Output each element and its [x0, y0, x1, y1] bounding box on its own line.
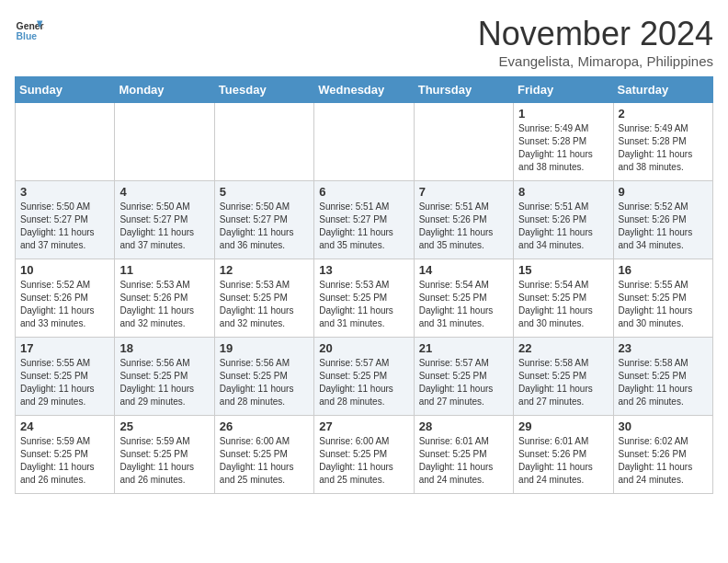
- day-number: 9: [619, 185, 708, 199]
- weekday-header: Monday: [115, 77, 214, 103]
- day-info: Sunrise: 5:54 AM Sunset: 5:25 PM Dayligh…: [518, 279, 608, 330]
- day-info: Sunrise: 5:51 AM Sunset: 5:27 PM Dayligh…: [319, 201, 408, 252]
- calendar-cell: 6Sunrise: 5:51 AM Sunset: 5:27 PM Daylig…: [314, 181, 414, 259]
- day-number: 4: [119, 185, 209, 199]
- calendar-cell: 17Sunrise: 5:55 AM Sunset: 5:25 PM Dayli…: [16, 338, 115, 416]
- calendar-week-row: 17Sunrise: 5:55 AM Sunset: 5:25 PM Dayli…: [16, 338, 713, 416]
- day-number: 5: [220, 185, 309, 199]
- day-number: 22: [518, 341, 608, 355]
- logo: General Blue: [15, 15, 44, 44]
- day-info: Sunrise: 5:56 AM Sunset: 5:25 PM Dayligh…: [220, 357, 309, 408]
- day-number: 21: [419, 341, 508, 355]
- weekday-header: Sunday: [16, 77, 115, 103]
- day-number: 17: [20, 341, 109, 355]
- day-info: Sunrise: 6:01 AM Sunset: 5:26 PM Dayligh…: [518, 435, 608, 487]
- day-info: Sunrise: 5:57 AM Sunset: 5:25 PM Dayligh…: [419, 357, 508, 408]
- day-number: 11: [119, 263, 209, 277]
- day-info: Sunrise: 5:53 AM Sunset: 5:25 PM Dayligh…: [319, 279, 408, 330]
- day-number: 8: [518, 185, 608, 199]
- calendar-cell: 16Sunrise: 5:55 AM Sunset: 5:25 PM Dayli…: [613, 259, 712, 338]
- title-block: November 2024 Evangelista, Mimaropa, Phi…: [478, 15, 713, 69]
- day-info: Sunrise: 5:55 AM Sunset: 5:25 PM Dayligh…: [619, 279, 708, 330]
- day-info: Sunrise: 5:50 AM Sunset: 5:27 PM Dayligh…: [20, 201, 109, 252]
- calendar-cell: 23Sunrise: 5:58 AM Sunset: 5:25 PM Dayli…: [613, 338, 712, 416]
- day-number: 16: [619, 263, 708, 277]
- day-info: Sunrise: 5:51 AM Sunset: 5:26 PM Dayligh…: [419, 201, 508, 252]
- calendar-week-row: 24Sunrise: 5:59 AM Sunset: 5:25 PM Dayli…: [16, 416, 713, 494]
- calendar-cell: 11Sunrise: 5:53 AM Sunset: 5:26 PM Dayli…: [115, 259, 214, 338]
- calendar-cell: 7Sunrise: 5:51 AM Sunset: 5:26 PM Daylig…: [414, 181, 513, 259]
- calendar-cell: 20Sunrise: 5:57 AM Sunset: 5:25 PM Dayli…: [314, 338, 414, 416]
- day-number: 18: [119, 341, 209, 355]
- calendar-cell: 8Sunrise: 5:51 AM Sunset: 5:26 PM Daylig…: [514, 181, 613, 259]
- calendar-cell: 26Sunrise: 6:00 AM Sunset: 5:25 PM Dayli…: [214, 416, 313, 494]
- calendar-cell: 4Sunrise: 5:50 AM Sunset: 5:27 PM Daylig…: [115, 181, 214, 259]
- page-header: General Blue November 2024 Evangelista, …: [15, 15, 713, 69]
- day-info: Sunrise: 5:52 AM Sunset: 5:26 PM Dayligh…: [619, 201, 708, 252]
- calendar-cell: 12Sunrise: 5:53 AM Sunset: 5:25 PM Dayli…: [214, 259, 313, 338]
- calendar-cell: [414, 103, 513, 181]
- calendar-cell: 13Sunrise: 5:53 AM Sunset: 5:25 PM Dayli…: [314, 259, 414, 338]
- day-number: 7: [419, 185, 508, 199]
- day-number: 10: [20, 263, 109, 277]
- calendar-cell: 30Sunrise: 6:02 AM Sunset: 5:26 PM Dayli…: [613, 416, 712, 494]
- day-number: 23: [619, 341, 708, 355]
- day-info: Sunrise: 5:53 AM Sunset: 5:25 PM Dayligh…: [220, 279, 309, 330]
- day-number: 29: [518, 419, 608, 433]
- calendar-cell: 3Sunrise: 5:50 AM Sunset: 5:27 PM Daylig…: [16, 181, 115, 259]
- calendar-cell: 24Sunrise: 5:59 AM Sunset: 5:25 PM Dayli…: [16, 416, 115, 494]
- day-number: 12: [220, 263, 309, 277]
- day-info: Sunrise: 5:54 AM Sunset: 5:25 PM Dayligh…: [419, 279, 508, 330]
- weekday-header-row: SundayMondayTuesdayWednesdayThursdayFrid…: [16, 77, 713, 103]
- day-info: Sunrise: 5:57 AM Sunset: 5:25 PM Dayligh…: [319, 357, 408, 408]
- calendar-cell: 15Sunrise: 5:54 AM Sunset: 5:25 PM Dayli…: [514, 259, 613, 338]
- calendar-table: SundayMondayTuesdayWednesdayThursdayFrid…: [15, 76, 713, 494]
- weekday-header: Thursday: [414, 77, 513, 103]
- calendar-cell: [314, 103, 414, 181]
- day-info: Sunrise: 5:50 AM Sunset: 5:27 PM Dayligh…: [119, 201, 209, 252]
- day-info: Sunrise: 5:59 AM Sunset: 5:25 PM Dayligh…: [20, 435, 109, 487]
- calendar-cell: 1Sunrise: 5:49 AM Sunset: 5:28 PM Daylig…: [514, 103, 613, 181]
- day-info: Sunrise: 5:52 AM Sunset: 5:26 PM Dayligh…: [20, 279, 109, 330]
- calendar-cell: 2Sunrise: 5:49 AM Sunset: 5:28 PM Daylig…: [613, 103, 712, 181]
- day-number: 14: [419, 263, 508, 277]
- day-number: 28: [419, 419, 508, 433]
- day-info: Sunrise: 5:49 AM Sunset: 5:28 PM Dayligh…: [518, 122, 608, 174]
- day-info: Sunrise: 5:55 AM Sunset: 5:25 PM Dayligh…: [20, 357, 109, 408]
- calendar-cell: [16, 103, 115, 181]
- calendar-cell: 27Sunrise: 6:00 AM Sunset: 5:25 PM Dayli…: [314, 416, 414, 494]
- svg-text:Blue: Blue: [17, 31, 38, 41]
- month-title: November 2024: [478, 15, 713, 53]
- weekday-header: Wednesday: [314, 77, 414, 103]
- day-number: 19: [220, 341, 309, 355]
- calendar-week-row: 3Sunrise: 5:50 AM Sunset: 5:27 PM Daylig…: [16, 181, 713, 259]
- day-info: Sunrise: 6:02 AM Sunset: 5:26 PM Dayligh…: [619, 435, 708, 487]
- day-info: Sunrise: 5:58 AM Sunset: 5:25 PM Dayligh…: [619, 357, 708, 408]
- day-info: Sunrise: 5:51 AM Sunset: 5:26 PM Dayligh…: [518, 201, 608, 252]
- day-info: Sunrise: 5:58 AM Sunset: 5:25 PM Dayligh…: [518, 357, 608, 408]
- calendar-week-row: 1Sunrise: 5:49 AM Sunset: 5:28 PM Daylig…: [16, 103, 713, 181]
- calendar-cell: [115, 103, 214, 181]
- day-number: 20: [319, 341, 408, 355]
- calendar-cell: 22Sunrise: 5:58 AM Sunset: 5:25 PM Dayli…: [514, 338, 613, 416]
- calendar-cell: 28Sunrise: 6:01 AM Sunset: 5:25 PM Dayli…: [414, 416, 513, 494]
- calendar-cell: [214, 103, 313, 181]
- calendar-cell: 10Sunrise: 5:52 AM Sunset: 5:26 PM Dayli…: [16, 259, 115, 338]
- calendar-week-row: 10Sunrise: 5:52 AM Sunset: 5:26 PM Dayli…: [16, 259, 713, 338]
- day-info: Sunrise: 5:56 AM Sunset: 5:25 PM Dayligh…: [119, 357, 209, 408]
- day-info: Sunrise: 5:49 AM Sunset: 5:28 PM Dayligh…: [619, 122, 708, 174]
- day-number: 26: [220, 419, 309, 433]
- day-number: 25: [119, 419, 209, 433]
- calendar-cell: 25Sunrise: 5:59 AM Sunset: 5:25 PM Dayli…: [115, 416, 214, 494]
- day-info: Sunrise: 6:01 AM Sunset: 5:25 PM Dayligh…: [419, 435, 508, 487]
- day-number: 30: [619, 419, 708, 433]
- calendar-cell: 14Sunrise: 5:54 AM Sunset: 5:25 PM Dayli…: [414, 259, 513, 338]
- calendar-cell: 9Sunrise: 5:52 AM Sunset: 5:26 PM Daylig…: [613, 181, 712, 259]
- day-info: Sunrise: 6:00 AM Sunset: 5:25 PM Dayligh…: [220, 435, 309, 487]
- location: Evangelista, Mimaropa, Philippines: [478, 53, 713, 69]
- day-number: 13: [319, 263, 408, 277]
- logo-icon: General Blue: [15, 15, 44, 44]
- day-info: Sunrise: 6:00 AM Sunset: 5:25 PM Dayligh…: [319, 435, 408, 487]
- day-info: Sunrise: 5:50 AM Sunset: 5:27 PM Dayligh…: [220, 201, 309, 252]
- day-number: 24: [20, 419, 109, 433]
